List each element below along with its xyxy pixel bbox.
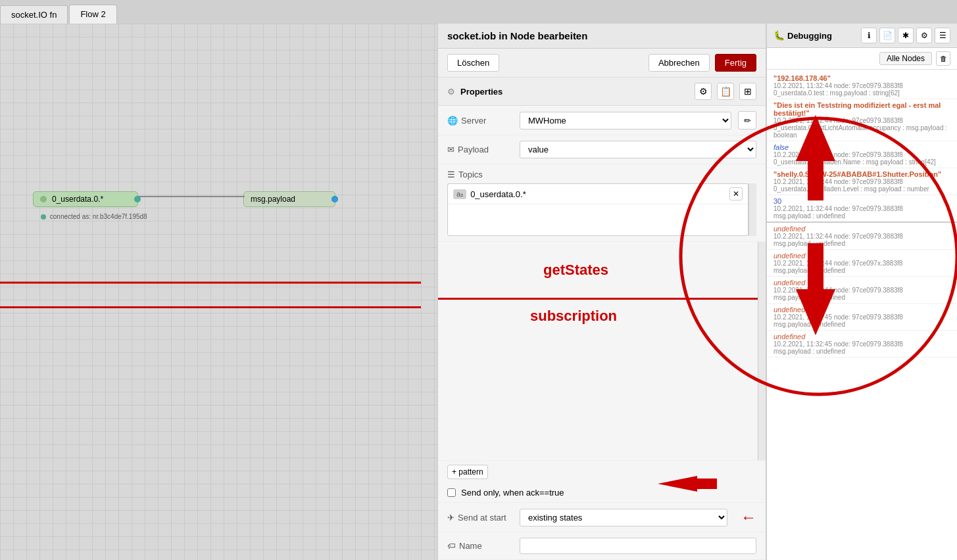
props-grid-icon[interactable]: ⊞ bbox=[739, 83, 756, 100]
debug-msg-4-meta: 10.2.2021, 11:32:44 node: 97ce0979.3883f… bbox=[773, 178, 950, 185]
debug-star-btn[interactable]: ✱ bbox=[898, 28, 914, 43]
debug-icon: 🐛 bbox=[773, 30, 785, 41]
send-icon: ✈ bbox=[447, 513, 454, 523]
debug-msg-9-sub: msg.payload : undefined bbox=[773, 321, 950, 328]
debug-msg-6-meta: 10.2.2021, 11:32:44 node: 97ce0979.3883f… bbox=[773, 233, 950, 240]
debug-msg-5-value: 30 bbox=[773, 197, 950, 205]
topics-scrollbar[interactable] bbox=[748, 183, 756, 236]
topics-label: ☰ Topics bbox=[447, 170, 513, 179]
debug-message-1: "192.168.178.46" 10.2.2021, 11:32:44 nod… bbox=[767, 72, 957, 99]
topic-input[interactable] bbox=[470, 189, 725, 199]
edit-panel-title: socket.iob in Node bearbeiten bbox=[438, 24, 766, 49]
debug-msg-5-sub: msg.payload : undefined bbox=[773, 212, 950, 220]
debug-msg-4-value: "shelly.0.SHSW-25#ABABAB#1.Shutter.Posit… bbox=[773, 170, 950, 178]
gear-icon: ⚙ bbox=[447, 87, 455, 97]
debug-msg-9-meta: 10.2.2021, 11:32:45 node: 97ce0979.3883f… bbox=[773, 314, 950, 321]
annotation-area-scrollbar[interactable] bbox=[758, 242, 766, 460]
done-button[interactable]: Fertig bbox=[715, 54, 756, 72]
canvas-area[interactable]: 0_userdata.0.* connected as: nr.b3c4de7f… bbox=[0, 24, 437, 560]
debug-msg-10-value: undefined bbox=[773, 333, 950, 340]
send-at-start-select[interactable]: existing statesnothingall states bbox=[520, 509, 727, 526]
debug-message-10: undefined 10.2.2021, 11:32:45 node: 97ce… bbox=[767, 331, 957, 358]
debug-msg-3-meta: 10.2.2021, 11:32:44 node: 97ce0979.3883f… bbox=[773, 151, 950, 158]
debug-msg-1-meta: 10.2.2021, 11:32:44 node: 97ce0979.3883f… bbox=[773, 82, 950, 89]
tab-socket-io-fn[interactable]: socket.IO fn bbox=[0, 5, 68, 24]
debug-msg-6-sub: msg.payload : undefined bbox=[773, 240, 950, 247]
debug-msg-8-value: undefined bbox=[773, 279, 950, 287]
debug-message-8: undefined 10.2.2021, 11:32:44 node: 97ce… bbox=[767, 277, 957, 304]
delete-button[interactable]: Löschen bbox=[447, 54, 499, 72]
debug-msg-2-sub: 0_userdata.0.testLichtAutomatik.occupanc… bbox=[773, 124, 950, 139]
topic-delete-button[interactable]: ✕ bbox=[729, 187, 743, 200]
debug-msg-2-meta: 10.2.2021, 11:32:44 node: 97ce0979.3883f… bbox=[773, 117, 950, 124]
debug-msg-7-meta: 10.2.2021, 11:32:44 node: 97ce097x.3883f… bbox=[773, 260, 950, 267]
debug-filter-bar: Alle Nodes 🗑 bbox=[767, 48, 957, 70]
topics-section: ☰ Topics a₂ ✕ bbox=[438, 164, 766, 242]
tag-icon: 🏷 bbox=[447, 541, 456, 551]
server-select[interactable]: MWHome bbox=[520, 112, 731, 129]
server-label: 🌐 Server bbox=[447, 116, 513, 126]
node-input-port bbox=[40, 196, 47, 202]
debug-message-9: undefined 10.2.2021, 11:32:45 node: 97ce… bbox=[767, 304, 957, 331]
topics-header: ☰ Topics bbox=[447, 170, 756, 179]
cancel-button[interactable]: Abbrechen bbox=[649, 54, 710, 72]
debug-list-btn[interactable]: ☰ bbox=[935, 28, 950, 43]
topics-box[interactable]: a₂ ✕ bbox=[447, 183, 748, 236]
subscription-label: subscription bbox=[530, 308, 617, 325]
props-copy-icon[interactable]: 📋 bbox=[717, 83, 734, 100]
getStates-label: getStates bbox=[543, 262, 608, 279]
debug-header: 🐛 Debugging ℹ 📄 ✱ ⚙ ☰ bbox=[767, 24, 957, 48]
node-msgpayload[interactable]: msg.payload bbox=[243, 191, 335, 207]
payload-select[interactable]: value bbox=[520, 141, 756, 158]
envelope-icon: ✉ bbox=[447, 145, 454, 154]
debug-clear-button[interactable]: 🗑 bbox=[936, 51, 950, 66]
tab-flow-2[interactable]: Flow 2 bbox=[69, 5, 116, 24]
payload-label: ✉ Payload bbox=[447, 145, 513, 154]
send-only-row: Send only, when ack==true bbox=[438, 483, 766, 503]
props-settings-icon[interactable]: ⚙ bbox=[695, 83, 712, 100]
debug-msg-4-sub: 0_userdata.0.Rollladen.Level : msg paylo… bbox=[773, 185, 950, 193]
debug-msg-3-sub: 0_userdata.0.Rollladen.Name : msg payloa… bbox=[773, 158, 950, 166]
pattern-button[interactable]: + pattern bbox=[447, 465, 488, 479]
debug-msg-8-meta: 10.2.2021, 11:32:44 node: 97ce0979.3883f… bbox=[773, 287, 950, 294]
send-only-checkbox[interactable] bbox=[447, 488, 456, 497]
debug-doc-btn[interactable]: 📄 bbox=[879, 28, 895, 43]
main-container: 0_userdata.0.* connected as: nr.b3c4de7f… bbox=[0, 24, 957, 560]
pattern-btn-row: + pattern bbox=[438, 460, 766, 483]
send-at-start-label: ✈ Send at start bbox=[447, 513, 513, 523]
topic-item: a₂ ✕ bbox=[448, 184, 748, 204]
edit-panel-toolbar: Löschen Abbrechen Fertig bbox=[438, 49, 766, 78]
debug-messages[interactable]: "192.168.178.46" 10.2.2021, 11:32:44 nod… bbox=[767, 70, 957, 560]
node-msgpayload-label: msg.payload bbox=[251, 195, 295, 204]
node-userdata-label: 0_userdata.0.* bbox=[52, 195, 103, 204]
server-row: 🌐 Server MWHome ✏ bbox=[438, 106, 766, 135]
debug-settings-btn[interactable]: ⚙ bbox=[916, 28, 932, 43]
debug-info-btn[interactable]: ℹ bbox=[861, 28, 877, 43]
debug-message-3: false 10.2.2021, 11:32:44 node: 97ce0979… bbox=[767, 141, 957, 168]
panel-divider-line bbox=[438, 298, 766, 300]
properties-header: ⚙ Properties ⚙ 📋 ⊞ bbox=[438, 78, 766, 106]
name-label: 🏷 Name bbox=[447, 541, 513, 551]
connected-text: connected as: nr.b3c4de7f.195d8 bbox=[50, 213, 147, 220]
debug-msg-7-value: undefined bbox=[773, 252, 950, 260]
debug-msg-6-value: undefined bbox=[773, 225, 950, 233]
debug-filter-button[interactable]: Alle Nodes bbox=[879, 52, 932, 65]
tab-bar: socket.IO fn Flow 2 bbox=[0, 0, 957, 24]
node-userdata[interactable]: 0_userdata.0.* bbox=[33, 191, 138, 207]
debug-msg-2-value: "Dies ist ein Teststring modifiziert ega… bbox=[773, 101, 950, 117]
globe-icon: 🌐 bbox=[447, 116, 458, 126]
topics-box-wrapper: a₂ ✕ bbox=[447, 183, 756, 236]
send-at-start-row: ✈ Send at start existing statesnothingal… bbox=[438, 503, 766, 532]
debug-message-5: 30 10.2.2021, 11:32:44 node: 97ce0979.38… bbox=[767, 195, 957, 223]
name-input[interactable] bbox=[520, 538, 756, 554]
debug-msg-9-value: undefined bbox=[773, 306, 950, 314]
server-edit-button[interactable]: ✏ bbox=[738, 111, 756, 129]
debug-msg-10-sub: msg.payload : undefined bbox=[773, 348, 950, 355]
topic-type-badge: a₂ bbox=[453, 189, 466, 199]
debug-panel: 🐛 Debugging ℹ 📄 ✱ ⚙ ☰ Alle Nodes 🗑 "192.… bbox=[766, 24, 957, 560]
send-only-label: Send only, when ack==true bbox=[461, 488, 564, 498]
payload-row: ✉ Payload value bbox=[438, 135, 766, 164]
node-connected-info: connected as: nr.b3c4de7f.195d8 bbox=[41, 213, 147, 560]
node-wire bbox=[138, 196, 245, 197]
conn-status-dot bbox=[41, 214, 46, 220]
